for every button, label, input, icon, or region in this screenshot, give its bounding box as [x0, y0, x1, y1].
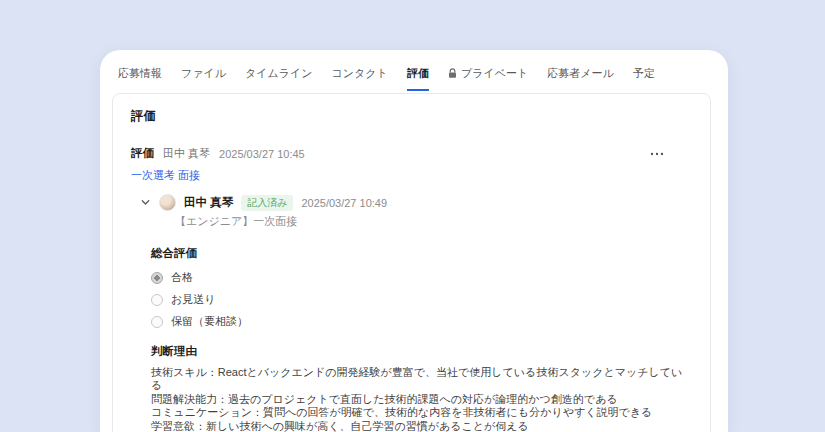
entry-timestamp: 2025/03/27 10:45 [219, 148, 305, 160]
overall-rating-options: 合格お見送り保留（要相談） [151, 270, 692, 329]
evaluation-entry-header: 評価 田中 真琴 2025/03/27 10:45 [131, 146, 692, 161]
tab-label: 応募者メール [547, 66, 614, 81]
stage-link[interactable]: 一次選考 面接 [131, 168, 200, 183]
judgement-section: 判断理由 技術スキル：Reactとバックエンドの開発経験が豊富で、当社で使用して… [131, 344, 692, 432]
radio-unselected-icon[interactable] [151, 294, 163, 306]
judgement-lines: 技術スキル：Reactとバックエンドの開発経験が豊富で、当社で使用している技術ス… [151, 366, 692, 432]
ellipsis-icon [650, 152, 664, 156]
reviewer-timestamp: 2025/03/27 10:49 [301, 197, 387, 209]
judgement-line-2: コミュニケーション：質問への回答が明確で、技術的な内容を非技術者にも分かりやすく… [151, 406, 692, 419]
tab-label: プライベート [461, 66, 528, 81]
overall-rating-heading: 総合評価 [151, 246, 692, 261]
page-background: 応募情報ファイルタイムラインコンタクト評価プライベート応募者メール予定 評価 評… [0, 0, 825, 432]
lock-icon [448, 68, 457, 79]
entry-more-menu-button[interactable] [650, 152, 664, 156]
status-badge: 記入済み [241, 195, 293, 211]
tab-private[interactable]: プライベート [448, 66, 528, 91]
tab-files[interactable]: ファイル [181, 66, 226, 91]
tab-label: 評価 [407, 66, 429, 81]
radio-unselected-icon[interactable] [151, 316, 163, 328]
applicant-detail-card: 応募情報ファイルタイムラインコンタクト評価プライベート応募者メール予定 評価 評… [100, 50, 728, 432]
tab-label: ファイル [181, 66, 226, 81]
entry-author: 田中 真琴 [163, 146, 210, 161]
judgement-line-1: 問題解決能力：過去のプロジェクトで直面した技術的課題への対応が論理的かつ創造的で… [151, 393, 692, 406]
judgement-heading: 判断理由 [151, 344, 692, 359]
reviewer-name: 田中 真琴 [184, 195, 233, 210]
chevron-down-icon [140, 197, 151, 208]
radio-option-label: お見送り [171, 292, 216, 307]
tab-bar: 応募情報ファイルタイムラインコンタクト評価プライベート応募者メール予定 [100, 50, 728, 91]
tab-label: コンタクト [332, 66, 388, 81]
tab-evaluation[interactable]: 評価 [407, 66, 429, 91]
judgement-line-3: 学習意欲：新しい技術への興味が高く、自己学習の習慣があることが伺える [151, 420, 692, 432]
tab-contact[interactable]: コンタクト [332, 66, 388, 91]
panel-title: 評価 [131, 108, 692, 125]
reviewer-row: 田中 真琴 記入済み 2025/03/27 10:49 [131, 194, 692, 211]
radio-option-label: 合格 [171, 270, 193, 285]
radio-option-2[interactable]: 保留（要相談） [151, 314, 692, 329]
reviewer-avatar [159, 194, 176, 211]
tab-applicant-info[interactable]: 応募情報 [118, 66, 162, 91]
tab-schedule[interactable]: 予定 [633, 66, 655, 91]
tab-label: 応募情報 [118, 66, 162, 81]
evaluation-template-name: 【エンジニア】一次面接 [131, 214, 692, 229]
radio-selected-icon[interactable] [151, 272, 163, 284]
tab-timeline[interactable]: タイムライン [245, 66, 313, 91]
collapse-toggle-button[interactable] [140, 197, 151, 208]
entry-label: 評価 [131, 146, 154, 161]
radio-option-1[interactable]: お見送り [151, 292, 692, 307]
tab-label: タイムライン [245, 66, 313, 81]
tab-label: 予定 [633, 66, 655, 81]
overall-rating-section: 総合評価 合格お見送り保留（要相談） [131, 246, 692, 329]
radio-option-0[interactable]: 合格 [151, 270, 692, 285]
radio-option-label: 保留（要相談） [171, 314, 248, 329]
judgement-line-0: 技術スキル：Reactとバックエンドの開発経験が豊富で、当社で使用している技術ス… [151, 366, 692, 393]
tab-applicant-email[interactable]: 応募者メール [547, 66, 614, 91]
evaluation-panel: 評価 評価 田中 真琴 2025/03/27 10:45 一次選考 面接 [112, 93, 711, 432]
